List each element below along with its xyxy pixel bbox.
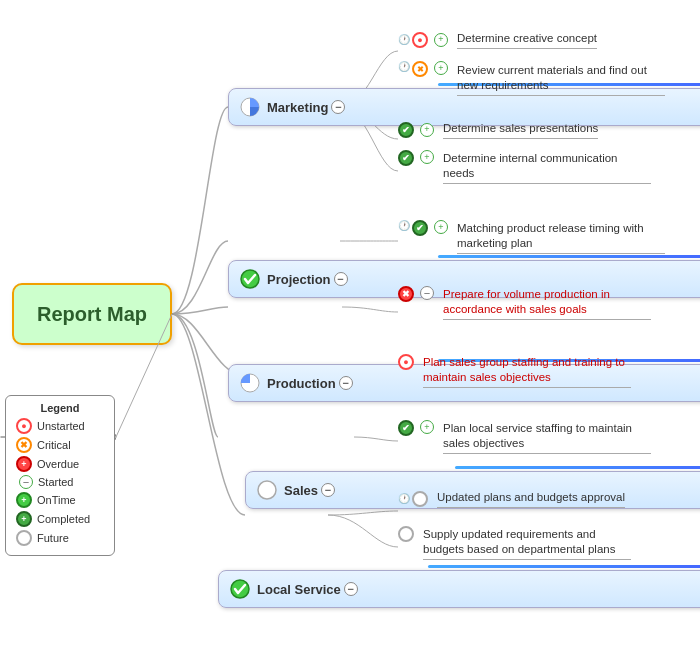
- leaf-pr1-text: Prepare for volume production in accorda…: [437, 284, 657, 323]
- projection-label: Projection: [267, 272, 331, 287]
- legend-unstarted-icon: ●: [16, 418, 32, 434]
- legend-unstarted: ● Unstarted: [16, 418, 104, 434]
- status-m3: ✔: [398, 122, 414, 138]
- marketing-collapse[interactable]: −: [331, 100, 345, 114]
- sales-collapse[interactable]: −: [321, 483, 335, 497]
- legend-future-icon: [16, 530, 32, 546]
- leaf-f2: Supply updated requirements and budgets …: [398, 524, 637, 563]
- status-m2: ✖: [412, 61, 428, 77]
- marketing-pie-icon: [239, 96, 261, 118]
- leaf-ls1-text: Plan local service staffing to maintain …: [437, 418, 657, 457]
- leaf-m4: ✔ + Determine internal communication nee…: [398, 148, 657, 187]
- production-label: Production: [267, 376, 336, 391]
- legend-ontime: + OnTime: [16, 492, 104, 508]
- leaf-pr1: ✖ − Prepare for volume production in acc…: [398, 284, 657, 323]
- sales-pie-icon: [256, 479, 278, 501]
- legend-started: − Started: [16, 475, 104, 489]
- legend-critical: ✖ Critical: [16, 437, 104, 453]
- sales-label: Sales: [284, 483, 318, 498]
- legend-ontime-label: OnTime: [37, 494, 76, 506]
- status-m1: ●: [412, 32, 428, 48]
- status-p1: ✔: [412, 220, 428, 236]
- legend-overdue: + Overdue: [16, 456, 104, 472]
- leaf-s1-text: Plan sales group staffing and training t…: [417, 352, 637, 391]
- legend-completed-label: Completed: [37, 513, 90, 525]
- localservice-collapse[interactable]: −: [344, 582, 358, 596]
- legend-ontime-icon: +: [16, 492, 32, 508]
- leaf-f2-text: Supply updated requirements and budgets …: [417, 524, 637, 563]
- legend-critical-label: Critical: [37, 439, 71, 451]
- localservice-branch: Local Service −: [218, 570, 700, 608]
- localservice-label: Local Service: [257, 582, 341, 597]
- status-pr1: ✖: [398, 286, 414, 302]
- legend-unstarted-label: Unstarted: [37, 420, 85, 432]
- legend-title: Legend: [16, 402, 104, 414]
- legend-future-label: Future: [37, 532, 69, 544]
- status-f1: [412, 491, 428, 507]
- svg-point-3: [258, 481, 276, 499]
- legend-started-label: Started: [38, 476, 73, 488]
- leaf-m1: 🕐 ● + Determine creative concept: [398, 28, 641, 52]
- localservice-pie-icon: [229, 578, 251, 600]
- projection-collapse[interactable]: −: [334, 272, 348, 286]
- projection-pie-icon: [239, 268, 261, 290]
- leaf-m3-text: Determine sales presentations: [437, 118, 627, 142]
- leaf-ls1: ✔ + Plan local service staffing to maint…: [398, 418, 657, 457]
- production-pie-icon: [239, 372, 261, 394]
- legend-overdue-icon: +: [16, 456, 32, 472]
- root-node: Report Map: [12, 283, 172, 345]
- status-m4: ✔: [398, 150, 414, 166]
- marketing-label: Marketing: [267, 100, 328, 115]
- root-label: Report Map: [37, 303, 147, 326]
- leaf-m4-text: Determine internal communication needs: [437, 148, 657, 187]
- production-collapse[interactable]: −: [339, 376, 353, 390]
- leaf-p1-text: Matching product release timing with mar…: [451, 218, 671, 257]
- legend-completed-icon: +: [16, 511, 32, 527]
- leaf-m2: 🕐 ✖ + Review current materials and find …: [398, 60, 671, 99]
- legend-box: Legend ● Unstarted ✖ Critical + Overdue …: [5, 395, 115, 556]
- status-ls1: ✔: [398, 420, 414, 436]
- status-f2: [398, 526, 414, 542]
- legend-started-icon: −: [19, 475, 33, 489]
- localservice-node[interactable]: Local Service −: [218, 570, 700, 608]
- leaf-f1-text: Updated plans and budgets approval: [431, 487, 631, 511]
- legend-future: Future: [16, 530, 104, 546]
- status-s1: ●: [398, 354, 414, 370]
- leaf-m3: ✔ + Determine sales presentations: [398, 118, 627, 142]
- legend-critical-icon: ✖: [16, 437, 32, 453]
- leaf-s1: ● Plan sales group staffing and training…: [398, 352, 637, 391]
- legend-completed: + Completed: [16, 511, 104, 527]
- leaf-f1: 🕐 Updated plans and budgets approval: [398, 487, 631, 511]
- leaf-m2-text: Review current materials and find out ne…: [451, 60, 671, 99]
- leaf-m1-text: Determine creative concept: [451, 28, 641, 52]
- leaf-p1: 🕐 ✔ + Matching product release timing wi…: [398, 218, 671, 257]
- legend-overdue-label: Overdue: [37, 458, 79, 470]
